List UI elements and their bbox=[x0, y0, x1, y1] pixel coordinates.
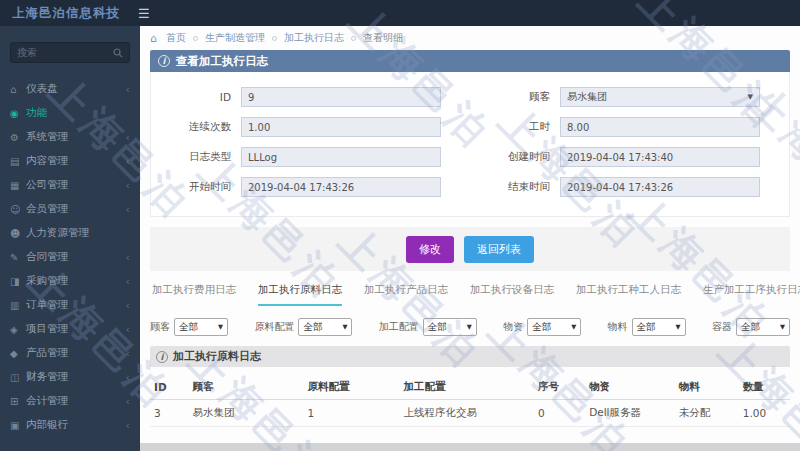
filter-label-container: 容器 bbox=[712, 320, 732, 334]
panel-title: 查看加工执行日志 bbox=[176, 54, 268, 69]
filter-label-material-config: 原料配置 bbox=[254, 320, 294, 334]
order-icon: ▥ bbox=[10, 300, 26, 311]
table-section-header: i 加工执行原料日志 bbox=[150, 346, 790, 367]
breadcrumb-separator bbox=[351, 36, 356, 41]
tab-worker-log[interactable]: 加工执行工种工人日志 bbox=[576, 283, 681, 306]
tab-product-log[interactable]: 加工执行产品日志 bbox=[364, 283, 448, 306]
hr-icon: ☻ bbox=[10, 228, 26, 239]
sidebar-item-accounting[interactable]: ⊞会计管理‹ bbox=[0, 389, 140, 413]
sidebar-item-project[interactable]: ◈项目管理‹ bbox=[0, 317, 140, 341]
chevron-icon: ‹ bbox=[126, 155, 130, 168]
table-row[interactable]: 3 易水集团 1 上线程序化交易 0 Dell服务器 未分配 1.00 bbox=[150, 400, 790, 427]
id-field[interactable]: 9 bbox=[241, 87, 441, 107]
field-label-end-time: 结束时间 bbox=[470, 180, 560, 194]
consecutive-count-field[interactable]: 1.00 bbox=[241, 117, 441, 137]
sidebar-item-procurement[interactable]: ◨采购管理‹ bbox=[0, 269, 140, 293]
content-icon: ▤ bbox=[10, 156, 26, 167]
finance-icon: ◫ bbox=[10, 372, 26, 383]
chevron-icon: ‹ bbox=[126, 131, 130, 144]
breadcrumb-separator bbox=[193, 36, 198, 41]
chevron-icon: ‹ bbox=[126, 419, 130, 432]
accounting-icon: ⊞ bbox=[10, 396, 26, 407]
material-config-filter-select[interactable]: 全部▼ bbox=[298, 318, 352, 336]
container-filter-select[interactable]: 全部▼ bbox=[736, 318, 790, 336]
modify-button[interactable]: 修改 bbox=[406, 236, 454, 263]
table-section-title: 加工执行原料日志 bbox=[173, 349, 261, 364]
sidebar-item-dashboard[interactable]: ⌂仪表盘‹ bbox=[0, 77, 140, 101]
field-label-work-hours: 工时 bbox=[470, 120, 560, 134]
system-icon: ⚙ bbox=[10, 132, 26, 143]
main-content: ⌂ 首页 生产制造管理 加工执行日志 查看明细 i 查看加工执行日志 ID9 顾… bbox=[140, 26, 800, 451]
chevron-icon: ‹ bbox=[126, 251, 130, 264]
filter-label-goods: 物资 bbox=[503, 320, 523, 334]
tab-procedure-log[interactable]: 生产加工工序执行日志 bbox=[703, 283, 800, 306]
breadcrumb-home[interactable]: 首页 bbox=[166, 31, 186, 45]
goods-filter-select[interactable]: 全部▼ bbox=[527, 318, 581, 336]
sidebar-item-product[interactable]: ◆产品管理‹ bbox=[0, 341, 140, 365]
caret-down-icon: ▼ bbox=[676, 323, 681, 331]
detail-tabs: 加工执行费用日志 加工执行原料日志 加工执行产品日志 加工执行设备日志 加工执行… bbox=[150, 283, 790, 306]
dashboard-icon: ⌂ bbox=[10, 84, 26, 95]
breadcrumb-exec-log[interactable]: 加工执行日志 bbox=[284, 31, 344, 45]
material-filter-select[interactable]: 全部▼ bbox=[632, 318, 686, 336]
sidebar-search[interactable] bbox=[10, 42, 130, 63]
col-seq: 序号 bbox=[534, 375, 585, 400]
customer-select[interactable]: 易水集团▼ bbox=[560, 87, 760, 107]
tab-material-log[interactable]: 加工执行原料日志 bbox=[258, 283, 342, 306]
process-config-filter-select[interactable]: 全部▼ bbox=[423, 318, 477, 336]
breadcrumb-separator bbox=[272, 36, 277, 41]
sidebar-item-system[interactable]: ⚙系统管理‹ bbox=[0, 125, 140, 149]
detail-form: ID9 顾客易水集团▼ 连续次数1.00 工时8.00 日志类型LLLog 创建… bbox=[150, 72, 790, 217]
chevron-icon: ‹ bbox=[126, 299, 130, 312]
col-process-config: 加工配置 bbox=[400, 375, 534, 400]
sidebar-item-features[interactable]: ◉功能 bbox=[0, 101, 140, 125]
sidebar-item-order[interactable]: ▥订单管理‹ bbox=[0, 293, 140, 317]
sidebar-item-contract[interactable]: ✎合同管理‹ bbox=[0, 245, 140, 269]
log-type-field[interactable]: LLLog bbox=[241, 147, 441, 167]
customer-filter-select[interactable]: 全部▼ bbox=[174, 318, 228, 336]
chevron-icon: ‹ bbox=[126, 371, 130, 384]
chevron-icon: ‹ bbox=[126, 395, 130, 408]
detail-panel: i 查看加工执行日志 ID9 顾客易水集团▼ 连续次数1.00 工时8.00 日… bbox=[150, 50, 790, 217]
col-quantity: 数量 bbox=[739, 375, 790, 400]
end-time-field[interactable]: 2019-04-04 17:43:26 bbox=[560, 177, 760, 197]
caret-down-icon: ▼ bbox=[748, 93, 753, 101]
project-icon: ◈ bbox=[10, 324, 26, 335]
create-time-field[interactable]: 2019-04-04 17:43:40 bbox=[560, 147, 760, 167]
start-time-field[interactable]: 2019-04-04 17:43:26 bbox=[241, 177, 441, 197]
member-icon: ☺ bbox=[10, 204, 26, 215]
app-brand: 上海邑泊信息科技 bbox=[12, 5, 120, 22]
sidebar-item-finance[interactable]: ◫财务管理‹ bbox=[0, 365, 140, 389]
chevron-icon: ‹ bbox=[126, 323, 130, 336]
sidebar: ⌂仪表盘‹ ◉功能 ⚙系统管理‹ ▤内容管理‹ ▦公司管理‹ ☺会员管理‹ ☻人… bbox=[0, 26, 140, 451]
breadcrumb-detail: 查看明细 bbox=[363, 31, 403, 45]
field-label-consecutive-count: 连续次数 bbox=[151, 120, 241, 134]
search-input[interactable] bbox=[17, 47, 113, 58]
tab-cost-log[interactable]: 加工执行费用日志 bbox=[152, 283, 236, 306]
back-to-list-button[interactable]: 返回列表 bbox=[464, 236, 534, 263]
col-material: 物料 bbox=[675, 375, 739, 400]
sidebar-item-hr[interactable]: ☻人力资源管理 bbox=[0, 221, 140, 245]
hamburger-menu-icon[interactable]: ☰ bbox=[138, 6, 150, 21]
work-hours-field[interactable]: 8.00 bbox=[560, 117, 760, 137]
sidebar-item-content[interactable]: ▤内容管理‹ bbox=[0, 149, 140, 173]
filter-label-customer: 顾客 bbox=[150, 320, 170, 334]
chevron-icon: ‹ bbox=[126, 83, 130, 96]
tab-equipment-log[interactable]: 加工执行设备日志 bbox=[470, 283, 554, 306]
breadcrumb-manufacturing[interactable]: 生产制造管理 bbox=[205, 31, 265, 45]
sidebar-item-company[interactable]: ▦公司管理‹ bbox=[0, 173, 140, 197]
chevron-icon: ‹ bbox=[126, 275, 130, 288]
field-label-create-time: 创建时间 bbox=[470, 150, 560, 164]
caret-down-icon: ▼ bbox=[467, 323, 472, 331]
procurement-icon: ◨ bbox=[10, 276, 26, 287]
search-icon bbox=[113, 48, 123, 58]
sidebar-item-member[interactable]: ☺会员管理‹ bbox=[0, 197, 140, 221]
product-icon: ◆ bbox=[10, 348, 26, 359]
top-header: 上海邑泊信息科技 ☰ bbox=[0, 0, 800, 26]
sidebar-item-bank[interactable]: ▣内部银行‹ bbox=[0, 413, 140, 437]
bottom-divider bbox=[140, 443, 800, 451]
company-icon: ▦ bbox=[10, 180, 26, 191]
contract-icon: ✎ bbox=[10, 252, 26, 263]
filter-label-material: 物料 bbox=[608, 320, 628, 334]
table-header-row: ID 顾客 原料配置 加工配置 序号 物资 物料 数量 bbox=[150, 375, 790, 400]
